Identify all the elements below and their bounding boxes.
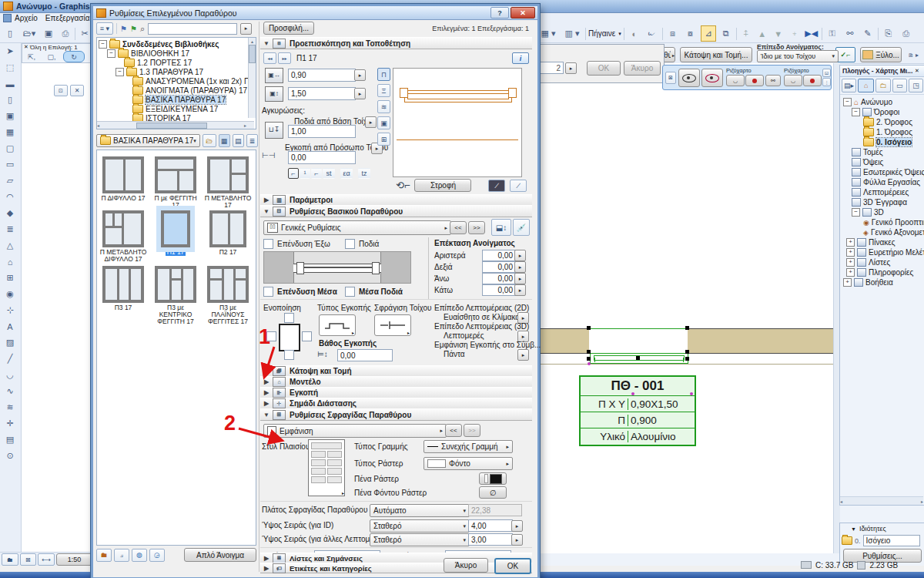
panel-stamp-header[interactable]: ▼⊞Ρυθμίσεις Σφραγίδας Παραθύρου (260, 408, 532, 421)
object-tool-icon[interactable]: ⊞ (0, 270, 20, 286)
reveal-depth-input[interactable]: 0,00 (337, 349, 393, 361)
nav-item[interactable]: Φύλλα Εργασίας (843, 177, 924, 187)
web-portal-icon[interactable]: ◍ (132, 549, 147, 562)
row-height-other-spin[interactable]: ▸ (511, 534, 523, 546)
scale-button[interactable]: 1:50 (56, 553, 92, 566)
pin-green-icon[interactable]: ⚑ (130, 25, 137, 33)
layout-book-icon[interactable]: ▭ (892, 79, 907, 92)
tree-item[interactable]: ΑΝΑΣΥΡΟΜΕΝΑ (1x και 2x) ΠΑΡΑΘΥΡΑ (99, 76, 256, 86)
show-reveal-value[interactable]: Πάντα (444, 350, 465, 358)
collapse-icon[interactable]: ▼ (851, 526, 856, 532)
publisher-icon[interactable]: ◳ (909, 79, 923, 92)
view-combo-icon[interactable]: ▥ ▾ (561, 25, 583, 42)
show-reveal-flyout[interactable]: ▸ (517, 349, 529, 361)
panel-basic-header[interactable]: ▼⊟Ρυθμίσεις Βασικού Παραθύρου (260, 205, 532, 217)
camera-tool-icon[interactable]: ⊙ (0, 448, 20, 464)
shell-tool-icon[interactable]: ◆ (0, 205, 20, 221)
tree-item[interactable]: 1.2 ΠΟΡΤΕΣ 17 (99, 58, 256, 67)
bring-front-icon[interactable]: ⍏ (739, 25, 753, 42)
arrow-tool-icon[interactable]: ➤ (0, 43, 20, 59)
background-dialog-value[interactable]: 2 (537, 62, 564, 74)
preview-section-icon[interactable]: Ξ (377, 84, 390, 97)
story-name-input[interactable]: Ισόγειο (863, 535, 920, 546)
close-button[interactable]: ✕ (511, 7, 535, 18)
orbit-icon[interactable]: ◐ (627, 25, 642, 42)
basic-prev-button[interactable]: << (450, 221, 467, 234)
view-large-icons-icon[interactable]: ▦ (219, 134, 230, 147)
nav-item[interactable]: Τομές (843, 147, 924, 157)
library-item[interactable]: Π ΜΕΤΑΒΛΗΤΟ 17 (203, 156, 253, 209)
open-icon[interactable]: 🗁▾ (19, 25, 39, 42)
ext-top-input[interactable]: 0,00 (482, 273, 516, 284)
anchor-mode-6[interactable]: tz (358, 168, 370, 179)
selection-handle[interactable] (685, 357, 689, 361)
project-map-icon[interactable]: ⌂ (858, 79, 874, 92)
wall-seal-dropdown[interactable]: ▸ (374, 314, 411, 336)
opening-level-dropdown[interactable]: Ίδιο με του Τοίχου▾ (757, 50, 839, 62)
nav-item-selected[interactable]: 0. Ισόγειο (843, 137, 924, 147)
curtainwall-tool-icon[interactable]: ▦ (0, 124, 20, 140)
help-button[interactable]: ? (490, 7, 509, 18)
close-palette-icon[interactable]: ✕ (24, 44, 28, 50)
preview-plan-icon[interactable]: ⊓ (377, 68, 390, 81)
basic-next-button[interactable]: >> (468, 221, 485, 234)
stamp-next-button[interactable]: >> (464, 424, 480, 437)
height-spin[interactable]: ▸ (354, 88, 366, 99)
dimension-tool-icon[interactable]: ⊹ (0, 302, 20, 318)
row-height-other-mode[interactable]: Σταθερό▾ (370, 533, 470, 546)
cladding-in-checkbox[interactable] (263, 287, 273, 297)
ext-top-spin[interactable]: ▸ (514, 273, 526, 284)
raster-bg-pen-button[interactable]: ∅ (479, 486, 507, 499)
width-spin[interactable]: ▸ (354, 69, 366, 81)
zone-tool-icon[interactable]: ⌂ (0, 254, 20, 270)
info-button[interactable]: i (512, 52, 529, 64)
reveal-input[interactable]: 0,00 (288, 151, 356, 164)
frame-style-flyout-icon[interactable]: ▸ (342, 490, 344, 496)
ext-left-spin[interactable]: ▸ (514, 250, 526, 261)
folder-up-icon[interactable]: 🗁 (203, 134, 216, 147)
detail2d-value[interactable]: Ευαίσθητο σε Κλίμακα (444, 313, 520, 321)
flyout-icon[interactable]: ▸ (565, 62, 577, 74)
nav-item[interactable]: ◈Γενικό Αξονομετ (843, 227, 924, 237)
nav-item[interactable]: +Πίνακες (843, 237, 924, 247)
panel-parameters-header[interactable]: ▶▥Παράμετροι (260, 194, 532, 206)
text-tool-icon[interactable]: Α (0, 318, 20, 334)
unlock-icon[interactable]: ⚯ (842, 25, 858, 42)
tree-vscrollbar[interactable]: ▴ (248, 38, 256, 118)
stamp-page-dropdown[interactable]: Εμφάνιση▸ (263, 424, 447, 438)
anchor-mode-1[interactable]: ⌐ (288, 168, 299, 179)
trace-move-button[interactable]: ⚯ (765, 75, 781, 86)
unify-bottom-checkbox[interactable] (284, 350, 294, 360)
hotspot-handle[interactable] (690, 392, 693, 395)
prev-item-icon[interactable]: ◂◂ (263, 52, 276, 64)
print-icon[interactable]: ⎙ (58, 25, 73, 42)
pin-blue-icon[interactable]: ⚑ (120, 25, 127, 33)
board-in-checkbox[interactable] (345, 287, 355, 297)
hotspot-tool-icon[interactable]: ✛ (0, 415, 20, 432)
tree-item-selected[interactable]: ΒΑΣΙΚΑ ΠΑΡΑΘΥΡΑ 17 (99, 95, 256, 104)
nav-item[interactable]: 2. Όροφος (843, 117, 924, 127)
minimize-view-icon[interactable]: ⊡ (54, 85, 68, 96)
library-item[interactable]: Π με ΦΕΓΓΙΤΗ 17 (151, 156, 200, 209)
layer-combo-icon[interactable]: ▦ ▾ (537, 25, 559, 42)
close-view-icon[interactable]: ✕ (70, 85, 84, 96)
hotspot-handle[interactable] (631, 392, 634, 395)
quick-layers-icon[interactable]: 🖿 (2, 553, 18, 566)
window-tool-icon[interactable]: ▣ (0, 108, 20, 124)
sill-input[interactable]: 1,00 (288, 125, 356, 138)
row-height-id-spin[interactable]: ▸ (511, 520, 523, 532)
column-tool-icon[interactable]: ▢ (0, 140, 20, 156)
nav-item[interactable]: Όψεις (843, 157, 924, 167)
forward-icon[interactable]: ▲ (755, 25, 769, 42)
slab-tool-icon[interactable]: ▱ (0, 173, 20, 189)
library-item[interactable]: Π3 με ΚΕΝΤΡΙΚΟ ΦΕΓΓΙΤΗ 17 (151, 266, 200, 325)
ext-bottom-spin[interactable]: ▸ (514, 284, 526, 296)
board-checkbox[interactable] (345, 239, 355, 249)
width-input[interactable]: 0,90 (288, 69, 356, 82)
line-type-dropdown[interactable]: Συνεχής Γραμμή▸ (424, 440, 513, 453)
figure-tool-icon[interactable]: ▤ (0, 432, 20, 448)
quick-fit-icon[interactable]: ⟷ (38, 553, 55, 566)
tree-item[interactable]: ΕΞΕΙΔΙΚΕΥΜΕΝΑ 17 (99, 104, 256, 113)
nav-item[interactable]: −⌂Ανώνυμο (843, 97, 924, 107)
panel-reveal-header[interactable]: ▶⊪Εγκοπή (260, 387, 532, 398)
